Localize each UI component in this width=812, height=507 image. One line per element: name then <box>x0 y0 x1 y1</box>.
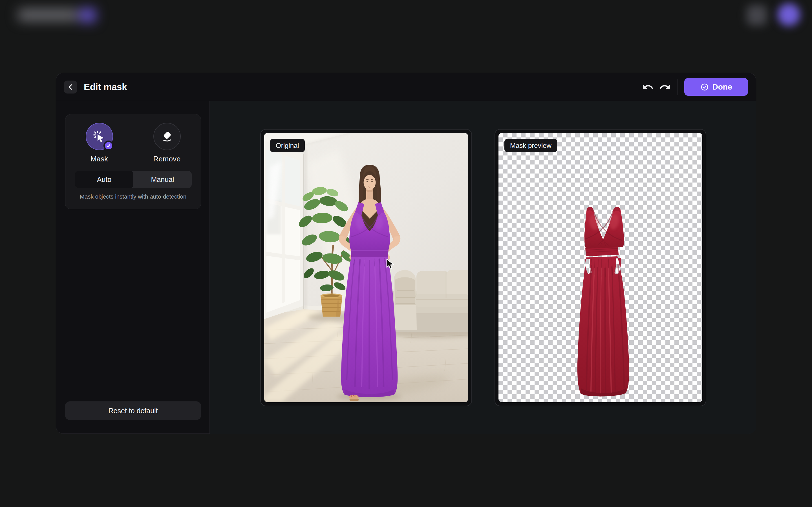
mask-preview-image <box>499 133 702 402</box>
tool-row: Mask Remove <box>65 114 201 163</box>
tools-card: Mask Remove <box>65 114 201 209</box>
cursor-arrow-icon <box>386 259 396 269</box>
sidebar: Mask Remove <box>56 101 210 434</box>
selected-check-badge <box>103 140 114 151</box>
page-title: Edit mask <box>84 82 127 93</box>
mask-tool-button[interactable]: Mask <box>65 123 133 163</box>
canvas-area: Original <box>210 101 756 434</box>
undo-button[interactable] <box>642 80 654 94</box>
magic-cursor-icon <box>93 130 106 143</box>
mask-tool-circle[interactable] <box>86 123 113 150</box>
mode-toggle: Auto Manual <box>75 171 192 188</box>
mode-manual-tab[interactable]: Manual <box>133 171 192 188</box>
redo-button[interactable] <box>658 80 671 94</box>
remove-tool-label: Remove <box>153 155 181 163</box>
original-photo-illustration <box>264 133 468 402</box>
edit-mask-panel: Edit mask Done <box>56 73 756 434</box>
tools-caption: Mask objects instantly with auto-detecti… <box>65 193 201 200</box>
app-window: Edit mask Done <box>0 0 812 507</box>
done-button[interactable]: Done <box>684 78 748 96</box>
panel-header: Edit mask Done <box>56 73 756 101</box>
redo-icon <box>659 81 671 93</box>
check-circle-icon <box>700 83 709 91</box>
remove-tool-button[interactable]: Remove <box>133 123 201 163</box>
eraser-icon <box>161 130 173 143</box>
header-actions: Done <box>642 78 748 96</box>
mode-auto-tab[interactable]: Auto <box>75 171 133 188</box>
original-photo[interactable] <box>264 133 468 402</box>
mask-preview-card: Mask preview <box>495 129 706 406</box>
header-divider <box>677 79 678 95</box>
remove-tool-circle[interactable] <box>153 123 181 150</box>
undo-icon <box>642 81 654 93</box>
done-label: Done <box>712 82 732 92</box>
original-image-card: Original <box>260 129 472 406</box>
mask-preview-illustration <box>499 133 702 402</box>
menu-button-blurred[interactable] <box>747 5 767 25</box>
mask-preview-badge: Mask preview <box>504 139 557 152</box>
logo-blob <box>18 9 78 21</box>
chevron-left-icon <box>67 83 74 91</box>
avatar[interactable] <box>777 3 800 26</box>
back-button[interactable] <box>64 80 77 94</box>
app-logo-blurred <box>14 3 101 26</box>
original-badge: Original <box>270 139 305 152</box>
reset-to-default-button[interactable]: Reset to default <box>65 401 201 420</box>
mask-tool-label: Mask <box>91 155 108 163</box>
logo-accent-blob <box>80 8 96 22</box>
